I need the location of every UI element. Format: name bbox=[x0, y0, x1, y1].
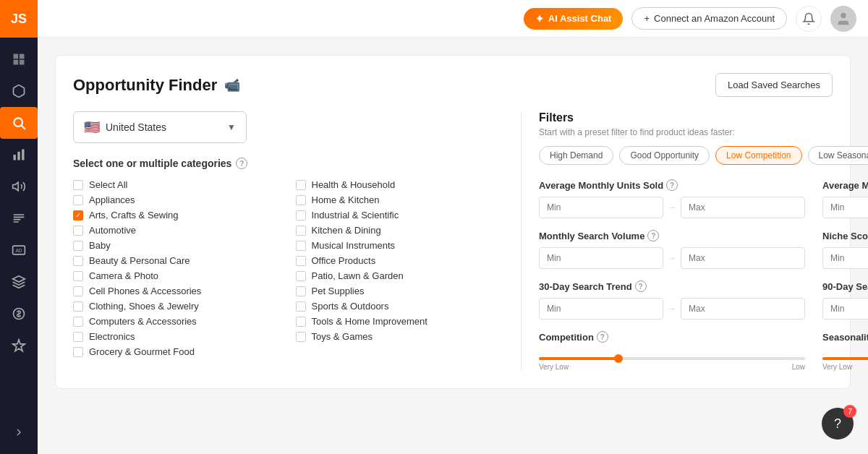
list-item[interactable]: Select All bbox=[73, 179, 281, 190]
checkbox-appliances[interactable] bbox=[73, 195, 83, 205]
filter-group-trend-30: 30-Day Search Trend ? → bbox=[539, 280, 805, 320]
checkbox-arts-crafts[interactable] bbox=[73, 210, 83, 220]
checkbox-automotive[interactable] bbox=[73, 226, 83, 236]
checkbox-grocery[interactable] bbox=[73, 347, 83, 357]
list-item[interactable]: Computers & Accessories bbox=[73, 316, 281, 327]
list-item[interactable]: Tools & Home Improvement bbox=[296, 316, 504, 327]
sidebar-item-products[interactable] bbox=[0, 75, 38, 107]
svg-rect-4 bbox=[22, 150, 24, 160]
list-item[interactable]: Patio, Lawn & Garden bbox=[296, 270, 504, 281]
list-item[interactable]: Toys & Games bbox=[296, 331, 504, 342]
trend-90-min-input[interactable] bbox=[822, 298, 868, 320]
categories-help-icon[interactable]: ? bbox=[236, 158, 247, 169]
load-saved-button[interactable]: Load Saved Searches bbox=[715, 73, 833, 97]
sidebar-item-campaigns[interactable] bbox=[0, 171, 38, 202]
checkbox-computers[interactable] bbox=[73, 317, 83, 327]
checkbox-camera[interactable] bbox=[73, 271, 83, 281]
connect-amazon-button[interactable]: + Connect an Amazon Account bbox=[631, 7, 787, 30]
checkbox-select-all[interactable] bbox=[73, 180, 83, 190]
list-item[interactable]: Camera & Photo bbox=[73, 270, 281, 281]
list-item[interactable]: Home & Kitchen bbox=[296, 194, 504, 205]
checkbox-baby[interactable] bbox=[73, 241, 83, 251]
niche-score-min-input[interactable] bbox=[822, 247, 868, 269]
avg-units-max-input[interactable] bbox=[681, 197, 805, 218]
help-button[interactable]: ? 7 bbox=[822, 408, 854, 440]
competition-slider-labels: Very Low Low bbox=[539, 363, 805, 371]
list-item[interactable]: Industrial & Scientific bbox=[296, 210, 504, 220]
checkbox-industrial[interactable] bbox=[296, 210, 306, 220]
checkbox-cell-phones[interactable] bbox=[73, 286, 83, 296]
checkbox-beauty[interactable] bbox=[73, 256, 83, 266]
filter-tag-good-opportunity[interactable]: Good Opportunity bbox=[619, 146, 710, 165]
filter-label-seasonality: Seasonality ? bbox=[822, 331, 868, 343]
user-icon bbox=[835, 11, 851, 27]
checkbox-home-kitchen[interactable] bbox=[296, 195, 306, 205]
categories-section-label: Select one or multiple categories ? bbox=[73, 158, 503, 169]
list-item[interactable]: Pet Supplies bbox=[296, 286, 504, 296]
sidebar-item-ads[interactable]: AD bbox=[0, 234, 38, 266]
trend-30-help-icon[interactable]: ? bbox=[635, 280, 647, 292]
trend-30-min-input[interactable] bbox=[539, 298, 663, 320]
avg-units-help-icon[interactable]: ? bbox=[666, 179, 678, 191]
list-item[interactable]: Grocery & Gourmet Food bbox=[73, 346, 281, 357]
checkbox-clothing[interactable] bbox=[73, 301, 83, 312]
user-avatar[interactable] bbox=[830, 6, 856, 32]
video-icon[interactable]: 📹 bbox=[224, 77, 240, 93]
list-item[interactable]: Office Products bbox=[296, 255, 504, 266]
country-selector[interactable]: 🇺🇸 United States ▼ bbox=[73, 111, 247, 143]
search-vol-help-icon[interactable]: ? bbox=[647, 230, 659, 241]
sidebar-item-dashboard[interactable] bbox=[0, 43, 38, 75]
sidebar-item-coins[interactable] bbox=[0, 298, 38, 330]
list-item[interactable]: Cell Phones & Accessories bbox=[73, 286, 281, 296]
sidebar-item-courses[interactable] bbox=[0, 266, 38, 298]
avg-units-min-input[interactable] bbox=[539, 197, 663, 218]
competition-label-right: Low bbox=[792, 363, 805, 371]
checkbox-electronics[interactable] bbox=[73, 332, 83, 342]
sidebar-item-opportunity[interactable] bbox=[0, 107, 38, 139]
list-item[interactable]: Kitchen & Dining bbox=[296, 225, 504, 236]
list-item[interactable]: Automotive bbox=[73, 225, 281, 236]
trend-30-max-input[interactable] bbox=[681, 298, 805, 320]
page-title: Opportunity Finder bbox=[73, 76, 217, 95]
list-item[interactable]: Health & Household bbox=[296, 179, 504, 190]
seasonality-slider-track[interactable] bbox=[822, 357, 868, 360]
main-content: ✦ AI Assist Chat + Connect an Amazon Acc… bbox=[38, 0, 868, 454]
seasonality-slider-labels: Very Low Very High bbox=[822, 363, 868, 371]
filter-tag-low-competition[interactable]: Low Competition bbox=[715, 146, 801, 165]
checkbox-toys[interactable] bbox=[296, 332, 306, 342]
sidebar-expand-btn[interactable] bbox=[0, 416, 38, 448]
list-item[interactable]: Arts, Crafts & Sewing bbox=[73, 210, 281, 220]
filter-label-trend-90: 90-Day Search Trend ? bbox=[822, 280, 868, 292]
list-item[interactable]: Clothing, Shoes & Jewelry bbox=[73, 301, 281, 312]
competition-slider-track[interactable] bbox=[539, 357, 805, 360]
list-item[interactable]: Sports & Outdoors bbox=[296, 301, 504, 312]
search-vol-min-input[interactable] bbox=[539, 247, 663, 269]
notifications-button[interactable] bbox=[796, 6, 822, 32]
list-item[interactable]: Appliances bbox=[73, 194, 281, 205]
checkbox-patio[interactable] bbox=[296, 271, 306, 281]
filter-fields-grid: Average Monthly Units Sold ? → bbox=[539, 179, 868, 320]
list-item[interactable]: Baby bbox=[73, 240, 281, 251]
sidebar-item-badge[interactable] bbox=[0, 330, 38, 361]
checkbox-pet-supplies[interactable] bbox=[296, 286, 306, 296]
checkbox-kitchen-dining[interactable] bbox=[296, 226, 306, 236]
list-item[interactable]: Beauty & Personal Care bbox=[73, 255, 281, 266]
checkbox-health[interactable] bbox=[296, 180, 306, 190]
list-item[interactable]: Electronics bbox=[73, 331, 281, 342]
avg-price-min-input[interactable] bbox=[822, 197, 868, 218]
filter-range-search-vol: → bbox=[539, 247, 805, 269]
competition-help-icon[interactable]: ? bbox=[597, 331, 608, 343]
filter-tag-high-demand[interactable]: High Demand bbox=[539, 146, 613, 165]
competition-slider-thumb[interactable] bbox=[614, 354, 623, 363]
ai-assist-label: AI Assist Chat bbox=[548, 13, 612, 24]
checkbox-tools[interactable] bbox=[296, 317, 306, 327]
checkbox-musical[interactable] bbox=[296, 241, 306, 251]
search-vol-max-input[interactable] bbox=[681, 247, 805, 269]
sidebar-item-rank[interactable] bbox=[0, 202, 38, 234]
filter-tag-low-seasonality[interactable]: Low Seasonality bbox=[808, 146, 869, 165]
list-item[interactable]: Musical Instruments bbox=[296, 240, 504, 251]
checkbox-office[interactable] bbox=[296, 256, 306, 266]
sidebar-item-analytics[interactable] bbox=[0, 139, 38, 171]
checkbox-sports[interactable] bbox=[296, 301, 306, 312]
ai-assist-button[interactable]: ✦ AI Assist Chat bbox=[524, 8, 624, 30]
